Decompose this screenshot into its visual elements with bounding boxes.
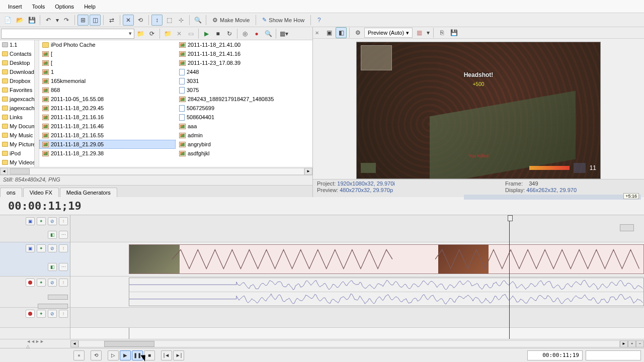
audio-clip[interactable]: [129, 278, 644, 306]
stop-button[interactable]: ■: [144, 350, 155, 360]
track-mute-icon[interactable]: ⊘: [48, 244, 57, 252]
file-list-col2[interactable]: 2011-11-18_21.41.002011-11-18_21.41.1620…: [176, 40, 312, 167]
track-audio1[interactable]: [70, 277, 644, 308]
track-header-audio2[interactable]: ✦ ⊘ !: [0, 308, 70, 328]
file-item[interactable]: 508604401: [176, 113, 312, 122]
ripple-icon[interactable]: ⇄: [106, 15, 117, 26]
folder-item[interactable]: jagexcache: [0, 104, 39, 113]
snap-icon[interactable]: ⊞: [77, 15, 89, 26]
autoplay-icon[interactable]: ↻: [224, 28, 235, 39]
preview-quality-dropdown[interactable]: Preview (Auto)▾: [364, 28, 413, 38]
main-timecode[interactable]: 00:00:11;19: [0, 200, 90, 212]
zoom-out-icon[interactable]: −: [636, 340, 644, 347]
rate-control[interactable]: ◄◄►►△: [0, 339, 70, 348]
play-preview-icon[interactable]: ▶: [201, 28, 212, 39]
file-item[interactable]: 3031: [176, 76, 312, 85]
track-fx-icon[interactable]: ▣: [26, 244, 35, 252]
track-more-icon[interactable]: ⋯: [59, 263, 68, 271]
overlay-dd-icon[interactable]: ▾: [426, 27, 431, 38]
track-fx-icon[interactable]: ✦: [37, 310, 46, 318]
file-item[interactable]: 2011-11-18_21.29.38: [39, 149, 176, 158]
folder-item[interactable]: jagexcache: [0, 95, 39, 104]
file-item[interactable]: 506725699: [176, 104, 312, 113]
file-item[interactable]: 2448: [176, 67, 312, 76]
vol-slider[interactable]: [38, 304, 68, 309]
timecode-selection[interactable]: [586, 350, 641, 360]
file-item[interactable]: 165kmemorial: [39, 76, 176, 85]
overlay-icon[interactable]: ▦: [414, 27, 425, 38]
tab-media-generators[interactable]: Media Generators: [60, 188, 117, 197]
new-folder-icon[interactable]: 📁: [162, 28, 173, 39]
file-item[interactable]: 284243_1889217918427_1480835: [176, 95, 312, 104]
track-comp-icon[interactable]: ◧: [48, 231, 57, 239]
explorer-hscroll[interactable]: ◄►: [0, 167, 312, 175]
folder-item[interactable]: Downloads: [0, 67, 39, 76]
autoxfade-icon[interactable]: ✕: [123, 15, 134, 26]
track-fx-icon[interactable]: ✦: [37, 279, 46, 287]
record-button[interactable]: ●: [73, 350, 85, 360]
track-mute-icon[interactable]: ⊘: [48, 217, 57, 225]
file-item[interactable]: [: [39, 49, 176, 58]
track-audio2[interactable]: [70, 308, 644, 328]
path-combo[interactable]: ▾: [1, 29, 134, 39]
undo-icon[interactable]: ↶: [43, 15, 54, 26]
file-item[interactable]: 2011-11-18_21.29.05: [39, 140, 176, 149]
folder-item[interactable]: Desktop: [0, 58, 39, 67]
save-snapshot-icon[interactable]: 💾: [448, 27, 459, 38]
make-movie-button[interactable]: ⚙Make Movie: [209, 15, 253, 26]
new-icon[interactable]: 📄: [2, 15, 13, 26]
file-item[interactable]: 1: [39, 67, 176, 76]
go-end-button[interactable]: ►|: [173, 350, 184, 360]
file-item[interactable]: admin: [176, 131, 312, 140]
file-item[interactable]: asdfghjkl: [176, 149, 312, 158]
track-solo-icon[interactable]: !: [59, 217, 68, 225]
track-video2[interactable]: [70, 242, 644, 277]
folder-item[interactable]: iPod: [0, 149, 39, 158]
track-header-audio1[interactable]: ✦ ⊘ !: [0, 277, 70, 308]
play-start-button[interactable]: ▷: [108, 350, 119, 360]
track-header-video2[interactable]: ▣ ✦ ⊘ ! ◧ ⋯: [0, 242, 70, 277]
region-icon[interactable]: ◎: [239, 28, 251, 39]
track-more-icon[interactable]: ⋯: [59, 231, 68, 239]
folder-item[interactable]: 1.1: [0, 40, 39, 49]
timeline-hscroll[interactable]: ◄ ► + −: [70, 339, 644, 348]
folder-item[interactable]: My Music: [0, 131, 39, 140]
file-item[interactable]: iPod Photo Cache: [39, 40, 176, 49]
save-icon[interactable]: 💾: [26, 15, 37, 26]
play-button[interactable]: ▶: [120, 350, 131, 360]
ext-monitor-icon[interactable]: ▣: [324, 27, 335, 38]
menu-help[interactable]: Help: [79, 2, 101, 12]
open-icon[interactable]: 📂: [14, 15, 25, 26]
delete-icon[interactable]: ✕: [174, 28, 185, 39]
magnify-icon[interactable]: 🔍: [192, 15, 203, 26]
track-header-video1[interactable]: ▣ ✦ ⊘ ! ◧ ⋯: [0, 215, 70, 242]
file-item[interactable]: 2011-11-18_20.29.45: [39, 104, 176, 113]
up-folder-icon[interactable]: 📁: [135, 28, 146, 39]
views-icon[interactable]: ▦▾: [278, 28, 289, 39]
file-item[interactable]: aaa: [176, 122, 312, 131]
video-clip[interactable]: [129, 244, 644, 274]
folder-item[interactable]: Contacts: [0, 49, 39, 58]
track-solo-icon[interactable]: !: [59, 244, 68, 252]
help-icon[interactable]: ?: [313, 15, 325, 26]
stop-preview-icon[interactable]: ■: [212, 28, 223, 39]
file-item[interactable]: 2011-11-18_21.16.46: [39, 122, 176, 131]
file-item[interactable]: [: [39, 58, 176, 67]
file-item[interactable]: 868: [39, 85, 176, 95]
file-item[interactable]: 2011-11-18_21.16.16: [39, 113, 176, 122]
track-video1[interactable]: [70, 215, 644, 242]
file-item[interactable]: 2011-11-23_17.08.39: [176, 58, 312, 67]
marker-icon[interactable]: ●: [251, 28, 262, 39]
menu-insert[interactable]: Insert: [3, 2, 27, 12]
folder-tree[interactable]: 1.1ContactsDesktopDownloadsDropboxFavori…: [0, 40, 39, 167]
file-list-col1[interactable]: iPod Photo Cache[[1165kmemorial8682011-1…: [39, 40, 176, 167]
menu-tools[interactable]: Tools: [27, 2, 50, 12]
properties-icon[interactable]: ▭: [185, 28, 196, 39]
snap2-icon[interactable]: ◫: [90, 15, 101, 26]
folder-item[interactable]: Links: [0, 113, 39, 122]
pause-button[interactable]: ❚❚: [132, 350, 143, 360]
folder-item[interactable]: My Pictures: [0, 140, 39, 149]
split-screen-icon[interactable]: ◧: [336, 27, 347, 38]
track-fx-icon[interactable]: ▣: [26, 217, 35, 225]
autoripple-icon[interactable]: ⟲: [135, 15, 146, 26]
